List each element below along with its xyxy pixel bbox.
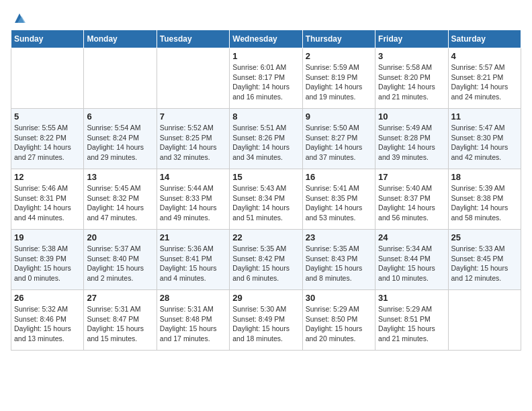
day-info: Sunrise: 5:43 AM Sunset: 8:34 PM Dayligh… bbox=[232, 183, 299, 223]
day-number: 16 bbox=[306, 172, 372, 182]
day-info: Sunrise: 5:45 AM Sunset: 8:32 PM Dayligh… bbox=[87, 183, 153, 223]
day-number: 28 bbox=[160, 293, 226, 303]
day-number: 11 bbox=[451, 111, 518, 122]
calendar-cell: 12Sunrise: 5:46 AM Sunset: 8:31 PM Dayli… bbox=[11, 169, 84, 230]
calendar-cell: 19Sunrise: 5:38 AM Sunset: 8:39 PM Dayli… bbox=[11, 230, 84, 290]
logo bbox=[11, 11, 27, 23]
day-info: Sunrise: 5:31 AM Sunset: 8:48 PM Dayligh… bbox=[160, 304, 226, 344]
day-info: Sunrise: 5:59 AM Sunset: 8:19 PM Dayligh… bbox=[306, 62, 372, 102]
day-info: Sunrise: 5:35 AM Sunset: 8:43 PM Dayligh… bbox=[306, 244, 372, 283]
day-header-thursday: Thursday bbox=[302, 30, 375, 48]
day-info: Sunrise: 5:50 AM Sunset: 8:27 PM Dayligh… bbox=[306, 123, 372, 163]
calendar-cell: 16Sunrise: 5:41 AM Sunset: 8:35 PM Dayli… bbox=[302, 169, 375, 230]
day-info: Sunrise: 5:52 AM Sunset: 8:25 PM Dayligh… bbox=[160, 123, 226, 163]
calendar-header-row: SundayMondayTuesdayWednesdayThursdayFrid… bbox=[11, 30, 521, 48]
day-number: 21 bbox=[160, 232, 226, 242]
day-info: Sunrise: 5:29 AM Sunset: 8:50 PM Dayligh… bbox=[306, 304, 372, 344]
day-info: Sunrise: 6:01 AM Sunset: 8:17 PM Dayligh… bbox=[232, 62, 299, 102]
calendar-cell: 22Sunrise: 5:35 AM Sunset: 8:42 PM Dayli… bbox=[230, 230, 302, 290]
day-info: Sunrise: 5:40 AM Sunset: 8:37 PM Dayligh… bbox=[378, 183, 445, 223]
calendar-cell: 21Sunrise: 5:36 AM Sunset: 8:41 PM Dayli… bbox=[157, 230, 229, 290]
calendar-cell: 2Sunrise: 5:59 AM Sunset: 8:19 PM Daylig… bbox=[302, 48, 375, 109]
day-info: Sunrise: 5:31 AM Sunset: 8:47 PM Dayligh… bbox=[87, 304, 153, 344]
calendar-cell: 20Sunrise: 5:37 AM Sunset: 8:40 PM Dayli… bbox=[84, 230, 157, 290]
calendar-cell: 23Sunrise: 5:35 AM Sunset: 8:43 PM Dayli… bbox=[302, 230, 375, 290]
day-number: 26 bbox=[14, 293, 81, 303]
calendar-cell: 8Sunrise: 5:51 AM Sunset: 8:26 PM Daylig… bbox=[230, 109, 302, 169]
day-info: Sunrise: 5:55 AM Sunset: 8:22 PM Dayligh… bbox=[14, 123, 81, 163]
day-info: Sunrise: 5:29 AM Sunset: 8:51 PM Dayligh… bbox=[378, 304, 445, 344]
week-row-3: 12Sunrise: 5:46 AM Sunset: 8:31 PM Dayli… bbox=[11, 169, 521, 230]
day-number: 12 bbox=[14, 172, 81, 182]
week-row-4: 19Sunrise: 5:38 AM Sunset: 8:39 PM Dayli… bbox=[11, 230, 521, 290]
calendar-cell: 6Sunrise: 5:54 AM Sunset: 8:24 PM Daylig… bbox=[84, 109, 157, 169]
calendar-cell: 13Sunrise: 5:45 AM Sunset: 8:32 PM Dayli… bbox=[84, 169, 157, 230]
day-info: Sunrise: 5:32 AM Sunset: 8:46 PM Dayligh… bbox=[14, 304, 81, 344]
day-info: Sunrise: 5:47 AM Sunset: 8:30 PM Dayligh… bbox=[451, 123, 518, 163]
calendar-cell bbox=[448, 290, 521, 351]
calendar-table: SundayMondayTuesdayWednesdayThursdayFrid… bbox=[11, 30, 521, 351]
calendar-cell: 9Sunrise: 5:50 AM Sunset: 8:27 PM Daylig… bbox=[302, 109, 375, 169]
day-info: Sunrise: 5:33 AM Sunset: 8:45 PM Dayligh… bbox=[451, 244, 518, 283]
day-header-sunday: Sunday bbox=[11, 30, 84, 48]
calendar-cell: 31Sunrise: 5:29 AM Sunset: 8:51 PM Dayli… bbox=[375, 290, 448, 351]
day-number: 19 bbox=[14, 232, 81, 242]
page-header bbox=[11, 11, 521, 23]
week-row-1: 1Sunrise: 6:01 AM Sunset: 8:17 PM Daylig… bbox=[11, 48, 521, 109]
day-number: 20 bbox=[87, 232, 153, 242]
calendar-cell: 29Sunrise: 5:30 AM Sunset: 8:49 PM Dayli… bbox=[230, 290, 302, 351]
calendar-cell: 14Sunrise: 5:44 AM Sunset: 8:33 PM Dayli… bbox=[157, 169, 229, 230]
day-info: Sunrise: 5:54 AM Sunset: 8:24 PM Dayligh… bbox=[87, 123, 153, 163]
calendar-cell: 11Sunrise: 5:47 AM Sunset: 8:30 PM Dayli… bbox=[448, 109, 521, 169]
day-number: 1 bbox=[232, 51, 299, 61]
day-info: Sunrise: 5:58 AM Sunset: 8:20 PM Dayligh… bbox=[378, 62, 445, 102]
day-number: 27 bbox=[87, 293, 153, 303]
day-number: 18 bbox=[451, 172, 518, 182]
day-number: 30 bbox=[306, 293, 372, 303]
calendar-cell: 10Sunrise: 5:49 AM Sunset: 8:28 PM Dayli… bbox=[375, 109, 448, 169]
day-number: 3 bbox=[378, 51, 445, 61]
calendar-cell: 26Sunrise: 5:32 AM Sunset: 8:46 PM Dayli… bbox=[11, 290, 84, 351]
day-header-saturday: Saturday bbox=[448, 30, 521, 48]
day-number: 9 bbox=[306, 111, 372, 122]
calendar-cell: 25Sunrise: 5:33 AM Sunset: 8:45 PM Dayli… bbox=[448, 230, 521, 290]
calendar-cell: 24Sunrise: 5:34 AM Sunset: 8:44 PM Dayli… bbox=[375, 230, 448, 290]
day-number: 17 bbox=[378, 172, 445, 182]
day-info: Sunrise: 5:37 AM Sunset: 8:40 PM Dayligh… bbox=[87, 244, 153, 283]
calendar-cell: 5Sunrise: 5:55 AM Sunset: 8:22 PM Daylig… bbox=[11, 109, 84, 169]
calendar-cell: 4Sunrise: 5:57 AM Sunset: 8:21 PM Daylig… bbox=[448, 48, 521, 109]
logo-icon bbox=[12, 11, 27, 26]
calendar-cell: 18Sunrise: 5:39 AM Sunset: 8:38 PM Dayli… bbox=[448, 169, 521, 230]
day-info: Sunrise: 5:35 AM Sunset: 8:42 PM Dayligh… bbox=[232, 244, 299, 283]
day-header-tuesday: Tuesday bbox=[157, 30, 229, 48]
day-number: 24 bbox=[378, 232, 445, 242]
day-info: Sunrise: 5:36 AM Sunset: 8:41 PM Dayligh… bbox=[160, 244, 226, 283]
day-number: 6 bbox=[87, 111, 153, 122]
day-number: 13 bbox=[87, 172, 153, 182]
week-row-5: 26Sunrise: 5:32 AM Sunset: 8:46 PM Dayli… bbox=[11, 290, 521, 351]
day-info: Sunrise: 5:38 AM Sunset: 8:39 PM Dayligh… bbox=[14, 244, 81, 283]
day-info: Sunrise: 5:39 AM Sunset: 8:38 PM Dayligh… bbox=[451, 183, 518, 223]
day-header-wednesday: Wednesday bbox=[230, 30, 302, 48]
week-row-2: 5Sunrise: 5:55 AM Sunset: 8:22 PM Daylig… bbox=[11, 109, 521, 169]
day-number: 4 bbox=[451, 51, 518, 61]
day-number: 2 bbox=[306, 51, 372, 61]
day-number: 23 bbox=[306, 232, 372, 242]
day-number: 7 bbox=[160, 111, 226, 122]
day-number: 5 bbox=[14, 111, 81, 122]
calendar-cell: 30Sunrise: 5:29 AM Sunset: 8:50 PM Dayli… bbox=[302, 290, 375, 351]
calendar-cell: 15Sunrise: 5:43 AM Sunset: 8:34 PM Dayli… bbox=[230, 169, 302, 230]
day-info: Sunrise: 5:41 AM Sunset: 8:35 PM Dayligh… bbox=[306, 183, 372, 223]
day-number: 25 bbox=[451, 232, 518, 242]
day-info: Sunrise: 5:51 AM Sunset: 8:26 PM Dayligh… bbox=[232, 123, 299, 163]
calendar-cell bbox=[11, 48, 84, 109]
calendar-cell bbox=[84, 48, 157, 109]
calendar-cell: 1Sunrise: 6:01 AM Sunset: 8:17 PM Daylig… bbox=[230, 48, 302, 109]
calendar-cell: 3Sunrise: 5:58 AM Sunset: 8:20 PM Daylig… bbox=[375, 48, 448, 109]
day-info: Sunrise: 5:49 AM Sunset: 8:28 PM Dayligh… bbox=[378, 123, 445, 163]
calendar-cell bbox=[157, 48, 229, 109]
day-header-friday: Friday bbox=[375, 30, 448, 48]
calendar-cell: 17Sunrise: 5:40 AM Sunset: 8:37 PM Dayli… bbox=[375, 169, 448, 230]
day-info: Sunrise: 5:57 AM Sunset: 8:21 PM Dayligh… bbox=[451, 62, 518, 102]
calendar-cell: 27Sunrise: 5:31 AM Sunset: 8:47 PM Dayli… bbox=[84, 290, 157, 351]
